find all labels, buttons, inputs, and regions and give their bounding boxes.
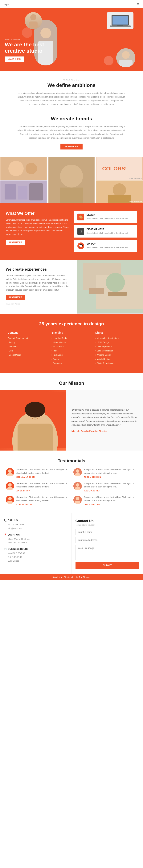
experiences-learn-more-button[interactable]: LEARN MORE bbox=[6, 295, 25, 300]
years-col-branding-title: Branding bbox=[51, 331, 92, 334]
hero-circle-2 bbox=[104, 56, 114, 65]
svg-rect-21 bbox=[5, 184, 16, 199]
hero-image-laptop bbox=[107, 12, 134, 29]
hamburger-icon[interactable]: ≡ bbox=[137, 2, 139, 6]
contact-submit-button[interactable]: SUBMIT bbox=[75, 562, 139, 569]
svg-point-39 bbox=[8, 469, 11, 473]
offer-learn-more-button[interactable]: LEARN MORE bbox=[6, 240, 25, 245]
years-col-content-list: Content Development › Editing › Animatio… bbox=[8, 336, 48, 357]
grid-cell-1 bbox=[0, 157, 47, 180]
svg-point-0 bbox=[30, 14, 37, 20]
svg-rect-22 bbox=[18, 186, 27, 199]
testimonial-name-5: LISA GORDON bbox=[17, 503, 70, 505]
testimonial-avatar-3 bbox=[6, 482, 14, 490]
design-icon: 🎨 bbox=[77, 214, 84, 220]
testimonial-card-2: Sample text. Click to select the text bo… bbox=[73, 468, 137, 478]
header: logo ≡ bbox=[0, 0, 143, 8]
svg-rect-32 bbox=[108, 292, 127, 296]
testimonial-content-6: Sample text. Click to select the text bo… bbox=[84, 496, 137, 505]
testimonial-card-5: Sample text. Click to select the text bo… bbox=[6, 496, 70, 505]
experiences-text: Ut tellus elementum sagittis vitae et le… bbox=[6, 274, 71, 291]
mission-right: "By taking the time to develop a genuine… bbox=[66, 390, 143, 451]
support-card-content: SUPPORT Sample text. Click to select the… bbox=[87, 243, 128, 249]
testimonial-text-1: Sample text. Click to select the text bo… bbox=[17, 468, 70, 475]
testimonial-card-3: Sample text. Click to select the text bo… bbox=[6, 482, 70, 492]
svg-point-30 bbox=[106, 273, 125, 292]
location-icon: 📍 bbox=[4, 533, 7, 536]
svg-point-13 bbox=[8, 161, 24, 176]
logo[interactable]: logo bbox=[4, 3, 9, 5]
list-item: Content Development bbox=[8, 336, 48, 340]
footer-section: 📞 CALL US + (123) 456-7890 info@mail.com… bbox=[0, 513, 143, 575]
mission-title: Our Misson bbox=[0, 380, 143, 390]
svg-point-3 bbox=[41, 28, 51, 38]
testimonial-avatar-4 bbox=[73, 482, 82, 490]
contact-email-input[interactable] bbox=[75, 537, 139, 543]
clock-icon: 🕐 bbox=[4, 548, 7, 550]
years-col-branding-list: › Learning Design › Visual identity › Ar… bbox=[51, 336, 92, 365]
brands-learn-more-button[interactable]: LEARN MORE bbox=[61, 144, 82, 150]
offer-card-support: 💬 SUPPORT Sample text. Click to select t… bbox=[74, 240, 137, 252]
list-item: › Packaging bbox=[51, 353, 92, 357]
footer-call-title: 📞 CALL US bbox=[4, 519, 68, 522]
testimonials-grid: Sample text. Click to select the text bo… bbox=[6, 468, 137, 505]
mission-author: Mia Hall, Brand & Planning Director bbox=[71, 430, 137, 432]
contact-message-input[interactable] bbox=[75, 545, 139, 560]
list-item: › Data Visualization bbox=[95, 349, 135, 353]
testimonial-card-1: Sample text. Click to select the text bo… bbox=[6, 468, 70, 478]
grid-img-tag: Image from Pexels bbox=[129, 178, 142, 179]
testimonial-content-4: Sample text. Click to select the text bo… bbox=[84, 482, 137, 492]
footer-hours-title: 🕐 BUSINESS HOURS bbox=[4, 548, 68, 550]
offer-text: Lorem ipsum tempor, ilt sit amet consect… bbox=[6, 218, 69, 236]
mission-quote: "By taking the time to develop a genuine… bbox=[71, 408, 137, 427]
grid-cell-3: COLORS! Image from Pexels bbox=[96, 157, 143, 180]
footer-call-info: + (123) 456-7890 info@mail.com bbox=[4, 523, 68, 530]
hero-image-left bbox=[25, 12, 42, 29]
svg-point-37 bbox=[25, 402, 45, 417]
svg-rect-55 bbox=[75, 501, 80, 504]
svg-rect-46 bbox=[7, 487, 13, 490]
svg-rect-11 bbox=[119, 60, 133, 67]
list-item: › Campaign bbox=[51, 361, 92, 365]
testimonial-avatar-5 bbox=[6, 496, 14, 504]
testimonial-text-6: Sample text. Click to select the text bo… bbox=[84, 496, 137, 502]
svg-point-48 bbox=[76, 483, 79, 487]
development-icon: ⚙ bbox=[77, 228, 84, 235]
brands-section: We create brands Lorem ipsum dolor sit a… bbox=[0, 114, 143, 157]
testimonial-text-3: Sample text. Click to select the text bo… bbox=[17, 482, 70, 489]
contact-subtitle: Tell us about yourself bbox=[75, 524, 139, 526]
hero-avatar-1 bbox=[25, 12, 42, 29]
years-col-content-title: Content bbox=[8, 331, 48, 334]
svg-text:COLORS!: COLORS! bbox=[102, 166, 127, 172]
hero-content: Project First Design We are the best cre… bbox=[5, 38, 47, 62]
testimonial-content-1: Sample text. Click to select the text bo… bbox=[17, 468, 70, 478]
years-col-content: Content Content Development › Editing › … bbox=[8, 331, 48, 365]
hero-learn-more-button[interactable]: LEARN MORE bbox=[5, 57, 24, 62]
svg-rect-6 bbox=[113, 16, 128, 25]
list-item: › Animation bbox=[8, 344, 48, 349]
hero-image-person-right bbox=[116, 48, 135, 67]
list-item: › Mobile Design bbox=[95, 357, 135, 361]
testimonial-name-3: ANNA BRIGHT bbox=[17, 490, 70, 492]
list-item: › Print bbox=[51, 349, 92, 353]
svg-rect-36 bbox=[18, 424, 53, 451]
testimonial-avatar-1 bbox=[6, 468, 14, 476]
list-item: › Art Direction bbox=[51, 344, 92, 349]
testimonial-name-1: STELLA LARSON bbox=[17, 476, 70, 478]
list-item: › User Experience bbox=[95, 344, 135, 349]
grid-cell-2 bbox=[48, 157, 95, 203]
design-card-title: DESIGN bbox=[87, 214, 128, 216]
testimonial-text-2: Sample text. Click to select the text bo… bbox=[84, 468, 137, 475]
bottom-bar: Sample text. Click to select the Text El… bbox=[0, 575, 143, 580]
mission-inner: "By taking the time to develop a genuine… bbox=[0, 390, 143, 451]
design-card-text: Sample text. Click to select the Text El… bbox=[87, 217, 128, 220]
svg-rect-23 bbox=[29, 183, 43, 200]
svg-rect-8 bbox=[117, 26, 123, 26]
list-item: › Information Architecture bbox=[95, 336, 135, 340]
image-grid-section: COLORS! Image from Pexels Image from Pex… bbox=[0, 157, 143, 203]
list-item: › Editing bbox=[8, 340, 48, 344]
contact-name-input[interactable] bbox=[75, 529, 139, 535]
svg-rect-17 bbox=[60, 188, 83, 203]
offer-right: 🎨 DESIGN Sample text. Click to select th… bbox=[74, 211, 137, 252]
svg-rect-26 bbox=[108, 195, 131, 203]
